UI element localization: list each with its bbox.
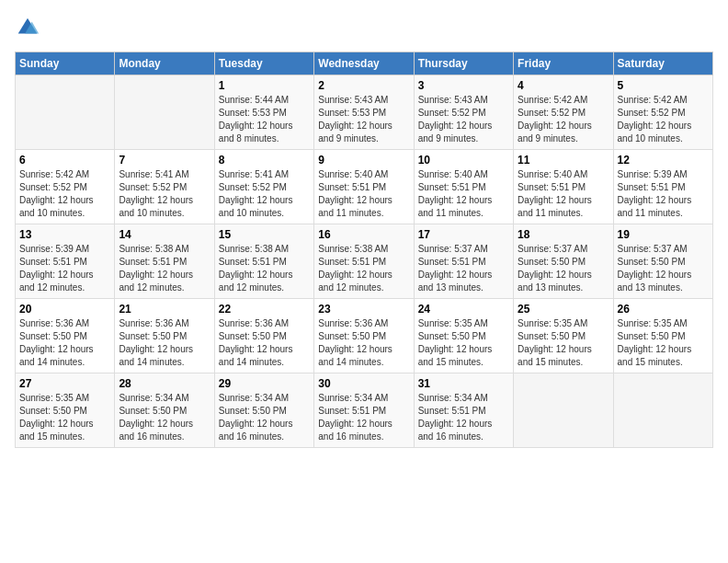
calendar-cell: 12Sunrise: 5:39 AM Sunset: 5:51 PM Dayli… [613,150,712,224]
calendar-cell: 22Sunrise: 5:36 AM Sunset: 5:50 PM Dayli… [214,299,313,373]
weekday-header-row: SundayMondayTuesdayWednesdayThursdayFrid… [16,52,713,75]
day-number: 31 [418,377,509,390]
weekday-header-sunday: Sunday [16,52,115,75]
day-number: 4 [518,79,609,92]
day-number: 15 [219,228,310,241]
calendar-cell: 21Sunrise: 5:36 AM Sunset: 5:50 PM Dayli… [115,299,214,373]
day-number: 30 [318,377,409,390]
calendar-cell: 11Sunrise: 5:40 AM Sunset: 5:51 PM Dayli… [514,150,613,224]
day-info: Sunrise: 5:40 AM Sunset: 5:51 PM Dayligh… [518,168,609,220]
calendar-cell: 28Sunrise: 5:34 AM Sunset: 5:50 PM Dayli… [115,373,214,448]
week-row-4: 20Sunrise: 5:36 AM Sunset: 5:50 PM Dayli… [16,299,713,373]
day-info: Sunrise: 5:41 AM Sunset: 5:52 PM Dayligh… [219,168,310,220]
logo-icon [15,15,40,40]
week-row-5: 27Sunrise: 5:35 AM Sunset: 5:50 PM Dayli… [16,373,713,448]
day-number: 5 [618,79,709,92]
day-info: Sunrise: 5:36 AM Sunset: 5:50 PM Dayligh… [119,317,210,369]
day-info: Sunrise: 5:35 AM Sunset: 5:50 PM Dayligh… [518,317,609,369]
calendar-cell: 30Sunrise: 5:34 AM Sunset: 5:51 PM Dayli… [314,373,414,448]
week-row-1: 1Sunrise: 5:44 AM Sunset: 5:53 PM Daylig… [16,75,713,150]
calendar-cell: 14Sunrise: 5:38 AM Sunset: 5:51 PM Dayli… [115,224,214,299]
calendar-cell: 1Sunrise: 5:44 AM Sunset: 5:53 PM Daylig… [214,75,313,150]
calendar-cell [16,75,115,150]
day-info: Sunrise: 5:40 AM Sunset: 5:51 PM Dayligh… [418,168,509,220]
weekday-header-thursday: Thursday [414,52,513,75]
day-number: 21 [119,303,210,316]
weekday-header-saturday: Saturday [613,52,712,75]
calendar-cell: 7Sunrise: 5:41 AM Sunset: 5:52 PM Daylig… [115,150,214,224]
day-info: Sunrise: 5:38 AM Sunset: 5:51 PM Dayligh… [318,243,409,294]
calendar-cell: 5Sunrise: 5:42 AM Sunset: 5:52 PM Daylig… [613,75,712,150]
day-number: 2 [318,79,409,92]
day-number: 8 [219,154,310,167]
day-number: 18 [518,228,609,241]
day-info: Sunrise: 5:41 AM Sunset: 5:52 PM Dayligh… [119,168,210,220]
day-info: Sunrise: 5:42 AM Sunset: 5:52 PM Dayligh… [618,94,709,145]
calendar-cell: 27Sunrise: 5:35 AM Sunset: 5:50 PM Dayli… [16,373,115,448]
day-number: 19 [618,228,709,241]
calendar-cell: 25Sunrise: 5:35 AM Sunset: 5:50 PM Dayli… [514,299,613,373]
day-number: 16 [318,228,409,241]
calendar-cell: 20Sunrise: 5:36 AM Sunset: 5:50 PM Dayli… [16,299,115,373]
calendar-cell: 18Sunrise: 5:37 AM Sunset: 5:50 PM Dayli… [514,224,613,299]
week-row-3: 13Sunrise: 5:39 AM Sunset: 5:51 PM Dayli… [16,224,713,299]
day-number: 24 [418,303,509,316]
day-info: Sunrise: 5:34 AM Sunset: 5:51 PM Dayligh… [318,392,409,443]
day-number: 13 [19,228,110,241]
calendar-cell: 26Sunrise: 5:35 AM Sunset: 5:50 PM Dayli… [613,299,712,373]
calendar-cell: 17Sunrise: 5:37 AM Sunset: 5:51 PM Dayli… [414,224,513,299]
day-info: Sunrise: 5:36 AM Sunset: 5:50 PM Dayligh… [318,317,409,369]
calendar-cell: 29Sunrise: 5:34 AM Sunset: 5:50 PM Dayli… [214,373,313,448]
day-number: 12 [618,154,709,167]
day-info: Sunrise: 5:34 AM Sunset: 5:50 PM Dayligh… [219,392,310,443]
day-number: 6 [19,154,110,167]
day-number: 9 [318,154,409,167]
day-number: 11 [518,154,609,167]
day-info: Sunrise: 5:35 AM Sunset: 5:50 PM Dayligh… [418,317,509,369]
day-number: 7 [119,154,210,167]
day-info: Sunrise: 5:34 AM Sunset: 5:50 PM Dayligh… [119,392,210,443]
day-info: Sunrise: 5:43 AM Sunset: 5:53 PM Dayligh… [318,94,409,145]
calendar-cell: 31Sunrise: 5:34 AM Sunset: 5:51 PM Dayli… [414,373,513,448]
calendar-cell: 23Sunrise: 5:36 AM Sunset: 5:50 PM Dayli… [314,299,414,373]
day-info: Sunrise: 5:37 AM Sunset: 5:50 PM Dayligh… [518,243,609,294]
day-info: Sunrise: 5:42 AM Sunset: 5:52 PM Dayligh… [518,94,609,145]
calendar-cell [613,373,712,448]
day-number: 1 [219,79,310,92]
day-info: Sunrise: 5:36 AM Sunset: 5:50 PM Dayligh… [19,317,110,369]
day-number: 22 [219,303,310,316]
day-number: 10 [418,154,509,167]
day-info: Sunrise: 5:38 AM Sunset: 5:51 PM Dayligh… [219,243,310,294]
weekday-header-friday: Friday [514,52,613,75]
page-header [15,15,713,40]
calendar-cell: 2Sunrise: 5:43 AM Sunset: 5:53 PM Daylig… [314,75,414,150]
day-info: Sunrise: 5:40 AM Sunset: 5:51 PM Dayligh… [318,168,409,220]
day-info: Sunrise: 5:42 AM Sunset: 5:52 PM Dayligh… [19,168,110,220]
day-number: 20 [19,303,110,316]
calendar-cell: 4Sunrise: 5:42 AM Sunset: 5:52 PM Daylig… [514,75,613,150]
weekday-header-tuesday: Tuesday [214,52,313,75]
day-number: 17 [418,228,509,241]
day-number: 29 [219,377,310,390]
day-info: Sunrise: 5:36 AM Sunset: 5:50 PM Dayligh… [219,317,310,369]
calendar-cell: 16Sunrise: 5:38 AM Sunset: 5:51 PM Dayli… [314,224,414,299]
logo [15,15,44,40]
calendar-cell [115,75,214,150]
day-number: 27 [19,377,110,390]
calendar-cell: 19Sunrise: 5:37 AM Sunset: 5:50 PM Dayli… [613,224,712,299]
day-info: Sunrise: 5:38 AM Sunset: 5:51 PM Dayligh… [119,243,210,294]
calendar-cell: 9Sunrise: 5:40 AM Sunset: 5:51 PM Daylig… [314,150,414,224]
day-number: 28 [119,377,210,390]
day-number: 25 [518,303,609,316]
week-row-2: 6Sunrise: 5:42 AM Sunset: 5:52 PM Daylig… [16,150,713,224]
day-info: Sunrise: 5:39 AM Sunset: 5:51 PM Dayligh… [618,168,709,220]
calendar-cell: 13Sunrise: 5:39 AM Sunset: 5:51 PM Dayli… [16,224,115,299]
calendar-cell: 8Sunrise: 5:41 AM Sunset: 5:52 PM Daylig… [214,150,313,224]
day-number: 23 [318,303,409,316]
day-info: Sunrise: 5:43 AM Sunset: 5:52 PM Dayligh… [418,94,509,145]
day-info: Sunrise: 5:37 AM Sunset: 5:51 PM Dayligh… [418,243,509,294]
day-info: Sunrise: 5:35 AM Sunset: 5:50 PM Dayligh… [618,317,709,369]
day-info: Sunrise: 5:34 AM Sunset: 5:51 PM Dayligh… [418,392,509,443]
weekday-header-monday: Monday [115,52,214,75]
calendar-table: SundayMondayTuesdayWednesdayThursdayFrid… [15,52,713,448]
